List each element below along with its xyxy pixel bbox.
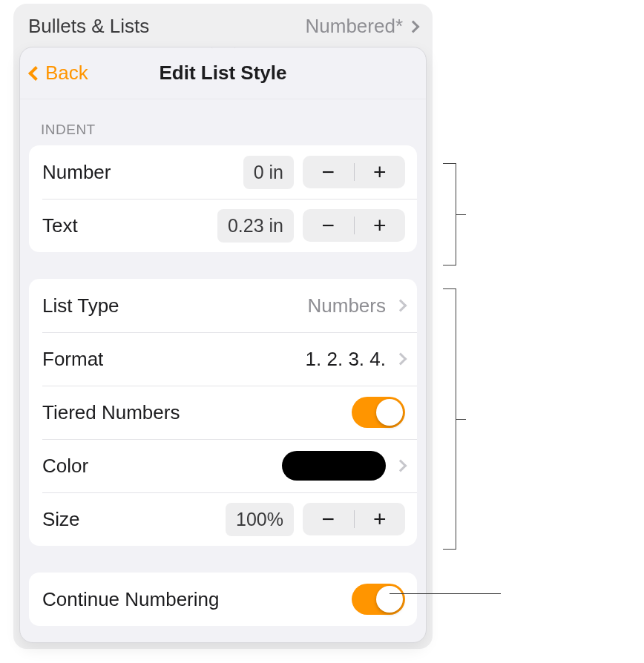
indent-text-value: 0.23 in — [217, 209, 294, 243]
indent-number-value: 0 in — [243, 156, 294, 189]
size-value: 100% — [226, 503, 294, 536]
indent-text-stepper: − + — [303, 209, 405, 242]
chevron-left-icon — [28, 66, 43, 81]
indent-text-row: Text 0.23 in − + — [29, 199, 417, 252]
indent-section-header: INDENT — [20, 99, 426, 145]
callout-bracket — [443, 163, 456, 265]
list-type-row[interactable]: List Type Numbers — [29, 279, 417, 332]
chevron-right-icon — [395, 300, 407, 312]
callout-bracket — [443, 288, 456, 550]
color-swatch — [282, 451, 386, 481]
inspector-panel: Bullets & Lists Numbered* Back Edit List… — [13, 4, 433, 649]
size-increase-button[interactable]: + — [355, 503, 406, 535]
bullets-lists-row[interactable]: Bullets & Lists Numbered* — [13, 4, 433, 44]
popover-title: Edit List Style — [160, 62, 287, 85]
continue-numbering-row: Continue Numbering — [29, 573, 417, 626]
list-type-value: Numbers — [308, 294, 386, 317]
bullets-lists-value: Numbered* — [305, 15, 403, 38]
edit-list-style-popover: Back Edit List Style INDENT Number 0 in … — [19, 47, 427, 643]
indent-text-increase-button[interactable]: + — [355, 209, 406, 242]
color-row[interactable]: Color — [29, 439, 417, 492]
bullets-lists-title: Bullets & Lists — [28, 15, 149, 38]
continue-numbering-label: Continue Numbering — [42, 588, 352, 611]
indent-number-stepper: − + — [303, 156, 405, 188]
indent-group: Number 0 in − + Text 0.23 in − + — [29, 145, 417, 252]
format-row[interactable]: Format 1. 2. 3. 4. — [29, 332, 417, 386]
indent-text-decrease-button[interactable]: − — [303, 209, 354, 242]
tiered-numbers-label: Tiered Numbers — [42, 401, 352, 424]
indent-number-decrease-button[interactable]: − — [303, 156, 354, 188]
back-label: Back — [45, 62, 88, 85]
color-label: Color — [42, 455, 282, 478]
size-decrease-button[interactable]: − — [303, 503, 354, 535]
list-settings-group: List Type Numbers Format 1. 2. 3. 4. Tie… — [29, 279, 417, 546]
continue-group: Continue Numbering — [29, 573, 417, 626]
chevron-right-icon — [395, 353, 407, 366]
tiered-numbers-toggle[interactable] — [352, 397, 405, 428]
indent-number-row: Number 0 in − + — [29, 145, 417, 199]
indent-text-label: Text — [42, 214, 217, 237]
size-label: Size — [42, 508, 226, 531]
format-value: 1. 2. 3. 4. — [306, 348, 386, 371]
chevron-right-icon — [395, 460, 407, 472]
indent-number-label: Number — [42, 161, 243, 184]
toggle-knob — [376, 399, 403, 426]
tiered-numbers-row: Tiered Numbers — [29, 386, 417, 439]
format-label: Format — [42, 348, 306, 371]
size-stepper: − + — [303, 503, 405, 535]
chevron-right-icon — [407, 20, 420, 33]
indent-number-increase-button[interactable]: + — [355, 156, 406, 188]
size-row: Size 100% − + — [29, 492, 417, 546]
continue-numbering-toggle[interactable] — [352, 584, 405, 615]
back-button[interactable]: Back — [30, 47, 88, 99]
list-type-label: List Type — [42, 294, 308, 317]
toggle-knob — [376, 586, 403, 613]
popover-header: Back Edit List Style — [20, 47, 426, 99]
callout-leadline — [390, 593, 501, 594]
